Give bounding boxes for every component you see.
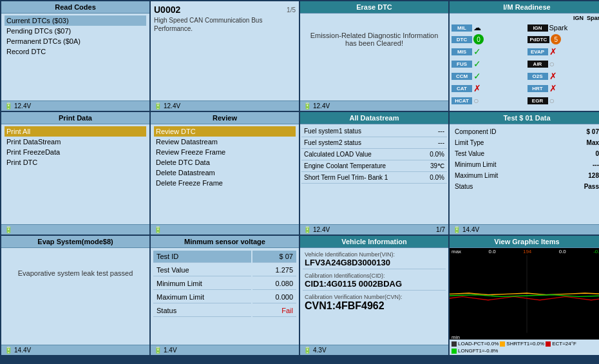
sensor-value-test-id: $ 07: [252, 251, 296, 263]
erase-dtc-header: Erase DTC: [300, 1, 448, 14]
test-label-test-value: Test Value: [452, 149, 556, 158]
sensor-row-test-id: Test ID $ 07: [153, 251, 296, 263]
im-evap-tag: EVAP: [528, 48, 548, 55]
read-codes-content: Current DTCs ($03) Pending DTCs ($07) Pe…: [1, 14, 149, 101]
evap-panel: Evap System(mode$8) Evaporative system l…: [1, 236, 149, 355]
test-row-max-limit: Maximum Limit 128: [452, 171, 599, 180]
im-fus-tag: FUS: [452, 61, 472, 68]
sensor-row-test-value: Test Value 1.275: [153, 264, 296, 276]
battery-icon-3: 🔋: [303, 102, 311, 110]
print-data-list: Print All Print DataStream Print FreezeD…: [5, 126, 146, 168]
test-01-content: Component ID $ 07 Limit Type Max Test Va…: [450, 124, 599, 224]
axis-val3: 0.0: [559, 249, 566, 254]
vehicle-info-footer: 🔋 4.3V: [300, 345, 448, 355]
read-codes-panel: Read Codes Current DTCs ($03) Pending DT…: [1, 1, 149, 111]
test-value-max-limit: 128: [558, 171, 599, 180]
vin-section: Vehicle Identification Number(VIN): LFV3…: [303, 250, 446, 269]
cid-value: CID1:4G0115 0002BDAG: [305, 279, 444, 289]
ds-value-2: ---: [421, 137, 447, 149]
im-hrt-tag: HRT: [528, 85, 548, 92]
legend-longft-label: LONGFT1=-0.8%: [458, 348, 498, 354]
dtc-nav: 1/5: [287, 6, 296, 14]
im-air-value: ○: [549, 59, 555, 69]
sensor-value-max-limit: 0.000: [252, 291, 296, 303]
ds-label-4: Engine Coolant Temperature: [301, 160, 421, 172]
ds-label-1: Fuel system1 status: [301, 126, 421, 137]
cvn-section: Calibration Verification Number(CVN): CV…: [303, 292, 446, 313]
im-pddtc-value: 5: [551, 34, 561, 44]
im-dtc-value: 0: [473, 34, 484, 44]
im-fus-value: ✓: [473, 59, 481, 69]
im-mil-row: MIL ☁: [452, 23, 527, 32]
print-datastream-item[interactable]: Print DataStream: [5, 137, 146, 147]
cvn-label: Calibration Verification Number(CVN):: [305, 294, 444, 300]
print-freezedata-item[interactable]: Print FreezeData: [5, 147, 146, 157]
im-o2s-tag: O2S: [528, 73, 548, 80]
delete-freeze-item[interactable]: Delete Freeze Frame: [154, 178, 296, 188]
datastream-row-5: Short Term Fuel Trim- Bank 1 0.0%: [301, 172, 447, 184]
im-ccm-tag: CCM: [452, 73, 472, 80]
read-codes-item-record[interactable]: Record DTC: [5, 46, 146, 57]
read-codes-item-permanent[interactable]: Permanent DTCs ($0A): [5, 36, 146, 46]
im-ign-row: IGN Spark: [528, 23, 600, 32]
min-sensor-content: Test ID $ 07 Test Value 1.275 Minimum Li…: [151, 248, 299, 345]
vehicle-info-panel: Vehicle Information Vehicle Identificati…: [300, 236, 448, 355]
view-graphic-panel: View Graphic Items max 0.0 194 0.0 -0.8: [450, 236, 599, 355]
ds-label-2: Fuel system2 status: [301, 137, 421, 149]
review-footer: 🔋: [151, 224, 299, 235]
sensor-label-status: Status: [153, 305, 251, 317]
battery-icon-7: 🔋: [453, 226, 461, 233]
min-sensor-header: Minmum sensor voltage: [151, 236, 299, 248]
test-value-status: Pass: [558, 182, 599, 191]
im-evap-row: EVAP ✗: [528, 46, 600, 57]
print-dtc-item[interactable]: Print DTC: [5, 157, 146, 168]
axis-max: max: [452, 249, 461, 254]
im-air-tag: AIR: [528, 61, 548, 68]
review-panel: Review Review DTC Review Datastream Revi…: [151, 112, 299, 235]
delete-datastream-item[interactable]: Delete Datastream: [154, 168, 296, 178]
test-01-voltage: 14.4V: [462, 226, 479, 233]
print-data-footer: 🔋: [1, 224, 149, 235]
test-label-component: Component ID: [452, 127, 556, 137]
all-datastream-panel: All Datastream Fuel system1 status --- F…: [300, 112, 448, 235]
sensor-table: Test ID $ 07 Test Value 1.275 Minimum Li…: [152, 249, 298, 318]
legend-shrtft-label: SHRTFT1=0.0%: [506, 341, 544, 347]
graph-svg: [450, 255, 599, 333]
review-dtc-item[interactable]: Review DTC: [154, 126, 296, 137]
evap-voltage: 14.4V: [14, 347, 31, 354]
sensor-label-test-value: Test Value: [153, 264, 251, 276]
sensor-label-test-id: Test ID: [153, 251, 251, 263]
review-datastream-item[interactable]: Review Datastream: [154, 137, 296, 147]
test-row-min-limit: Minimum Limit ---: [452, 160, 599, 169]
im-ign-tag: IGN: [528, 24, 548, 32]
im-readiness-content: IGN Spark MIL ☁ IGN Spark DTC 0: [450, 14, 599, 111]
im-cat-tag: CAT: [452, 85, 472, 92]
all-datastream-footer: 🔋 12.4V 1/7: [300, 224, 448, 235]
sensor-value-min-limit: 0.080: [252, 278, 296, 290]
evap-header: Evap System(mode$8): [1, 236, 149, 248]
ds-label-5: Short Term Fuel Trim- Bank 1: [301, 172, 421, 184]
erase-dtc-content: Emission-Related Diagnostic Information …: [300, 14, 448, 101]
battery-icon-2: 🔋: [154, 102, 162, 110]
vehicle-info-voltage: 4.3V: [313, 347, 327, 354]
read-codes-list: Current DTCs ($03) Pending DTCs ($07) Pe…: [5, 15, 146, 57]
im-cat-value: ✗: [473, 83, 481, 93]
battery-icon-4: 🔋: [5, 226, 12, 233]
sensor-label-min-limit: Minimum Limit: [153, 278, 251, 290]
ds-label-3: Calculated LOAD Value: [301, 149, 421, 160]
im-hrt-value: ✗: [549, 83, 557, 93]
review-freeze-item[interactable]: Review Freeze Frame: [154, 147, 296, 157]
im-ccm-value: ✓: [473, 71, 481, 81]
print-all-item[interactable]: Print All: [5, 126, 146, 137]
im-dtc-row: DTC 0: [452, 34, 527, 44]
im-ccm-row: CCM ✓: [452, 71, 527, 81]
read-codes-item-pending[interactable]: Pending DTCs ($07): [5, 26, 146, 36]
read-codes-footer: 🔋 12.4V: [1, 101, 149, 111]
test-01-panel: Test $ 01 Data Component ID $ 07 Limit T…: [450, 112, 599, 235]
ds-value-3: 0.0%: [421, 149, 447, 160]
sensor-value-test-value: 1.275: [252, 264, 296, 276]
im-o2s-value: ✗: [549, 71, 557, 81]
read-codes-item-current[interactable]: Current DTCs ($03): [5, 15, 146, 26]
delete-dtc-item[interactable]: Delete DTC Data: [154, 157, 296, 168]
im-egr-row: EGR ○: [528, 95, 600, 106]
